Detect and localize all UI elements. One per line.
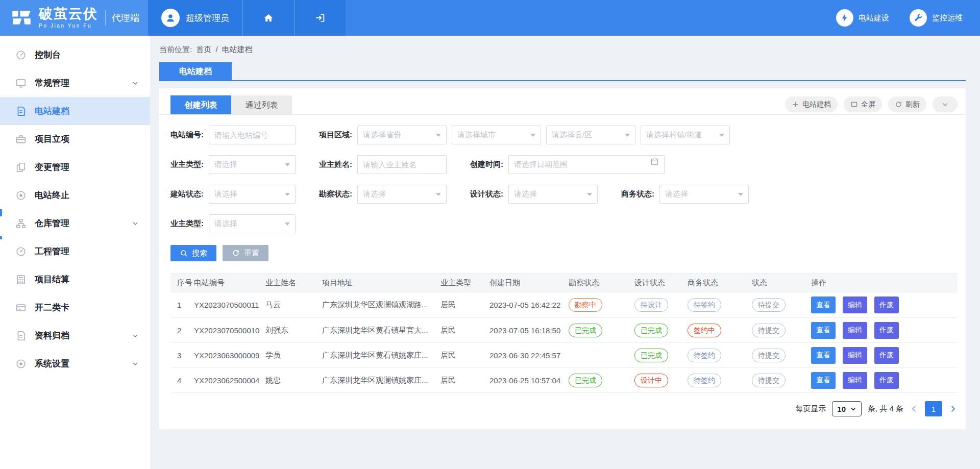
sidebar-item-station-termination[interactable]: 电站终止: [0, 181, 150, 209]
logout-button[interactable]: [294, 0, 346, 36]
void-button[interactable]: 作废: [874, 322, 899, 339]
station-code-input[interactable]: [209, 126, 296, 144]
created-date-cell: 2023-06-25 10:57:04: [485, 368, 565, 393]
caret-down-icon: [738, 193, 743, 199]
briefcase-icon: [15, 134, 27, 145]
fullscreen-button[interactable]: 全屏: [844, 96, 882, 112]
owner-type-select[interactable]: 请选择: [209, 155, 296, 174]
status-badge: 签约中: [688, 324, 721, 337]
filter-group: 业主姓名:: [319, 155, 447, 174]
sidebar-item-console[interactable]: 控制台: [0, 41, 150, 69]
status-badge: 待签约: [688, 374, 721, 387]
sidebar-item-engineering-management[interactable]: 工程管理: [0, 237, 150, 265]
user-menu[interactable]: 超级管理员: [148, 0, 242, 36]
topnav-label: 监控运维: [932, 13, 963, 23]
owner-name-input[interactable]: [357, 155, 447, 174]
archive-icon: [15, 330, 27, 341]
tab-pass-list[interactable]: 通过列表: [231, 95, 292, 114]
sidebar-item-data-archive[interactable]: 资料归档: [0, 322, 150, 350]
edit-button[interactable]: 编辑: [843, 372, 867, 389]
sidebar-item-project-settlement[interactable]: 项目结算: [0, 265, 150, 293]
current-page[interactable]: 1: [925, 401, 942, 416]
home-button[interactable]: [242, 0, 294, 36]
sidebar-item-system-settings[interactable]: 系统设置: [0, 350, 150, 378]
breadcrumb-home[interactable]: 首页: [196, 45, 211, 54]
city-select[interactable]: 请选择城市: [452, 126, 541, 144]
status-cell: 待签约: [683, 293, 748, 318]
collapse-button[interactable]: [933, 96, 958, 112]
address-cell: 广东深圳龙华区黄石镇星官大...: [318, 318, 436, 343]
sidebar-scrollbar-fragment: [0, 209, 2, 216]
refresh-button[interactable]: 刷新: [888, 96, 926, 112]
dashboard-icon: [15, 50, 27, 61]
plus-icon: [792, 101, 799, 108]
filter-group: 设计状态:请选择: [470, 185, 598, 204]
owner-type-2-select[interactable]: 请选择: [209, 214, 296, 233]
business-status-select[interactable]: 请选择: [659, 185, 749, 204]
page-tab-station-archive[interactable]: 电站建档: [159, 62, 232, 80]
survey-status-select[interactable]: 请选择: [357, 185, 447, 204]
per-page-select[interactable]: 10: [832, 401, 862, 416]
village-select[interactable]: 请选择村镇/街道: [641, 126, 730, 144]
void-button[interactable]: 作废: [874, 372, 899, 389]
sidebar-item-warehouse-management[interactable]: 仓库管理: [0, 209, 150, 237]
status-cell: 待设计: [630, 293, 683, 318]
edit-button[interactable]: 编辑: [843, 347, 867, 364]
breadcrumb: 当前位置: 首页 / 电站建档: [159, 45, 966, 55]
chevron-down-icon: [850, 406, 856, 412]
actions-cell: 查看编辑作废: [807, 368, 958, 393]
home-icon: [263, 12, 274, 23]
owner-name-cell: 学员: [261, 343, 318, 368]
county-select[interactable]: 请选择县/区: [546, 126, 635, 144]
pagination: 每页显示 10 条, 共 4 条 1: [159, 401, 958, 416]
next-page-button[interactable]: [948, 404, 958, 413]
sidebar-item-label: 控制台: [35, 49, 139, 61]
province-select[interactable]: 请选择省份: [357, 126, 447, 144]
sidebar-item-second-class-card[interactable]: 开二类卡: [0, 293, 150, 322]
bolt-icon: [836, 9, 853, 27]
sidebar-item-project-initiation[interactable]: 项目立项: [0, 125, 150, 153]
table-row: 2YX2023070500010刘强东广东深圳龙华区黄石镇星官大...居民202…: [170, 318, 958, 343]
topnav-station-build[interactable]: 电站建设: [836, 9, 889, 27]
chevron-down-icon: [941, 101, 949, 108]
select-placeholder: 请选择: [363, 189, 386, 199]
status-badge: 已完成: [569, 374, 602, 387]
owner-type-cell: 居民: [436, 343, 485, 368]
sidebar-item-change-management[interactable]: 变更管理: [0, 153, 150, 181]
sidebar-item-label: 电站终止: [35, 189, 139, 201]
build-status-select[interactable]: 请选择: [209, 185, 296, 204]
view-button[interactable]: 查看: [811, 372, 836, 389]
logo-divider: [105, 10, 106, 26]
sidebar-item-label: 项目立项: [35, 133, 139, 145]
logo-title: 破茧云伏: [39, 7, 98, 21]
view-button[interactable]: 查看: [811, 322, 836, 339]
design-status-select[interactable]: 请选择: [508, 185, 598, 204]
add-station-button[interactable]: 电站建档: [785, 96, 838, 112]
station-code-cell: YX2023070500010: [190, 318, 261, 343]
filter-group: 业主类型:请选择: [170, 155, 296, 174]
tab-create-list[interactable]: 创建列表: [170, 95, 231, 114]
edit-button[interactable]: 编辑: [843, 297, 867, 313]
actions-cell: 查看编辑作废: [807, 343, 958, 368]
edit-button[interactable]: 编辑: [843, 322, 867, 339]
topnav-monitor-ops[interactable]: 监控运维: [910, 9, 963, 27]
sidebar-item-general-management[interactable]: 常规管理: [0, 69, 150, 97]
logo-subtitle: Po Jian Yun Fu: [39, 23, 98, 29]
topbar-spacer: [346, 0, 836, 36]
fullscreen-icon: [850, 101, 858, 108]
prev-page-button[interactable]: [910, 404, 919, 413]
table-wrap: 序号电站编号业主姓名项目地址业主类型创建日期勘察状态设计状态商务状态状态操作 1…: [170, 273, 958, 393]
sidebar-item-station-archive[interactable]: 电站建档: [0, 97, 150, 125]
view-button[interactable]: 查看: [811, 347, 836, 364]
view-button[interactable]: 查看: [811, 297, 836, 313]
filter-group: 业主类型:请选择: [170, 214, 296, 233]
reset-button[interactable]: 重置: [223, 245, 268, 261]
void-button[interactable]: 作废: [874, 347, 899, 364]
logo[interactable]: 破茧云伏 Po Jian Yun Fu 代理端: [0, 0, 148, 36]
status-badge: 待签约: [688, 349, 721, 362]
settings-icon: [15, 358, 27, 369]
created-time-date-range[interactable]: 请选择日期范围: [508, 155, 665, 174]
search-button[interactable]: 搜索: [170, 245, 216, 261]
filter-label: 设计状态:: [470, 189, 503, 199]
void-button[interactable]: 作废: [874, 297, 899, 313]
